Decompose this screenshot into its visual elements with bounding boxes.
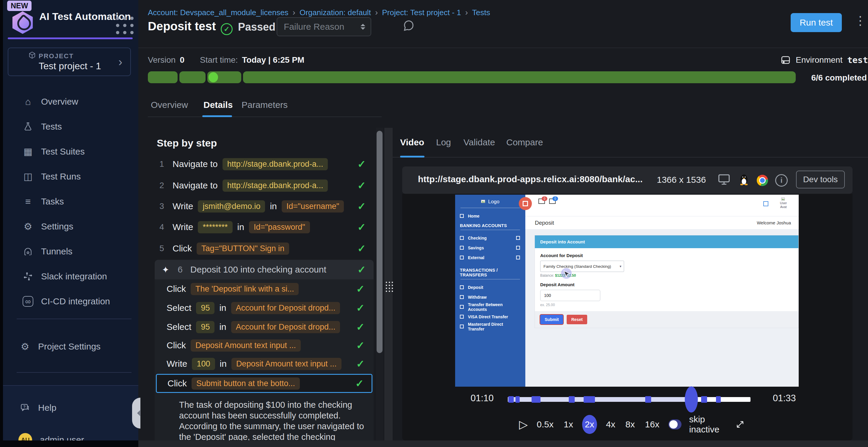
tab-log[interactable]: Log bbox=[436, 137, 451, 147]
bank-sidebar: Logo Home BANKING ACCOUNTS Checking Savi… bbox=[455, 195, 525, 387]
left-edge-strip bbox=[0, 0, 3, 447]
kebab-menu-icon[interactable]: ⋮ bbox=[854, 14, 866, 27]
tab-details[interactable]: Details bbox=[204, 100, 232, 110]
video-timeline[interactable] bbox=[508, 397, 750, 402]
version-value: 0 bbox=[180, 55, 184, 65]
sidebar-item-overview[interactable]: ⌂ Overview bbox=[6, 89, 141, 114]
tab-validate[interactable]: Validate bbox=[463, 137, 495, 147]
info-icon[interactable]: i bbox=[775, 174, 788, 187]
timeline-marker[interactable] bbox=[584, 396, 595, 403]
playhead[interactable] bbox=[685, 386, 698, 413]
substep-row-1[interactable]: Click The 'Deposit' link with a si... ✓ bbox=[156, 281, 372, 297]
sidebar-item-settings[interactable]: ⚙ Settings bbox=[6, 214, 141, 239]
skip-inactive-toggle[interactable] bbox=[669, 419, 681, 429]
comment-bubble-icon[interactable] bbox=[402, 19, 415, 32]
timeline-marker[interactable] bbox=[532, 396, 540, 403]
step-row-2[interactable]: 2 Navigate to http://stage.dbank.prod-a.… bbox=[156, 177, 374, 194]
sidebar-item-tunnels[interactable]: Tunnels bbox=[6, 239, 141, 264]
run-test-button[interactable]: Run test bbox=[790, 13, 842, 32]
step-check-icon: ✓ bbox=[356, 339, 365, 351]
value-pill: http://stage.dbank.prod-a... bbox=[222, 158, 328, 170]
speed-4x[interactable]: 4x bbox=[605, 419, 617, 429]
sidebar-item-tests[interactable]: Tests bbox=[6, 114, 141, 139]
tab-compare[interactable]: Compare bbox=[506, 137, 543, 147]
selector-pill: Deposit Amount text input ... bbox=[231, 358, 341, 370]
ai-step-group-header[interactable]: ✦ 6 Deposit 100 into checking account ✓ bbox=[155, 260, 374, 279]
tab-overview[interactable]: Overview bbox=[151, 100, 188, 110]
sidebar-item-test-suites[interactable]: ▦ Test Suites bbox=[6, 139, 141, 164]
selector-pill: Account for Deposit dropd... bbox=[231, 302, 340, 314]
bank-submit-button: Submit bbox=[540, 315, 563, 324]
tab-video[interactable]: Video bbox=[400, 137, 424, 147]
sidebar-item-cicd-integration[interactable]: ∞ CI-CD integration bbox=[6, 289, 141, 314]
step-row-3[interactable]: 3 Write jsmith@demo.io in Id="username" … bbox=[156, 198, 374, 215]
flask-icon bbox=[23, 122, 33, 131]
sidebar-item-test-runs[interactable]: ◫ Test Runs bbox=[6, 164, 141, 189]
sidebar-item-slack-integration[interactable]: Slack integration bbox=[6, 264, 141, 289]
timeline-marker[interactable] bbox=[716, 396, 721, 403]
step-check-icon: ✓ bbox=[358, 221, 366, 233]
fullscreen-icon[interactable] bbox=[735, 419, 745, 429]
app-window: NEW AI Test Automation PROJECT Test proj… bbox=[0, 0, 868, 447]
breadcrumb-tests[interactable]: Tests bbox=[472, 8, 490, 17]
speed-1x[interactable]: 1x bbox=[562, 419, 575, 429]
project-label: PROJECT bbox=[39, 52, 74, 60]
scrollbar-thumb[interactable] bbox=[377, 131, 382, 353]
steps-heading: Step by step bbox=[157, 137, 217, 149]
devtools-button[interactable]: Dev tools bbox=[796, 171, 845, 188]
selector-pill: Tag="BUTTON" Sign in bbox=[197, 243, 289, 255]
substep-row-2[interactable]: Select 95 in Account for Deposit dropd..… bbox=[156, 300, 372, 316]
speed-2x-active[interactable]: 2x bbox=[582, 415, 597, 434]
balance-label: Balance: bbox=[540, 273, 554, 278]
deposit-amount-input: 100 bbox=[540, 290, 600, 301]
timeline-marker[interactable] bbox=[701, 396, 707, 403]
play-icon[interactable]: ▷ bbox=[519, 418, 528, 431]
active-tab-indicator bbox=[400, 156, 425, 158]
sidebar-item-tasks[interactable]: ≡ Tasks bbox=[6, 189, 141, 214]
step-check-icon: ✓ bbox=[356, 283, 365, 295]
step-check-icon: ✓ bbox=[356, 321, 365, 333]
caret-down-icon: ▾ bbox=[620, 264, 621, 268]
failure-reason-select[interactable]: Failure Reason bbox=[277, 17, 371, 36]
version-label: Version bbox=[148, 55, 176, 65]
apps-grid-icon[interactable] bbox=[116, 16, 135, 36]
amount-hint: ex. 25.00 bbox=[540, 303, 793, 307]
bank-topbar: 0 0 UserAvat bbox=[525, 195, 799, 216]
progress-segment bbox=[179, 71, 206, 83]
bank-section-heading: BANKING ACCOUNTS bbox=[455, 221, 525, 229]
breadcrumb-account[interactable]: Account: Devspace_all_module_licenses bbox=[148, 8, 288, 17]
breadcrumb-project[interactable]: Project: Test project - 1 bbox=[382, 8, 461, 17]
step-row-1[interactable]: 1 Navigate to http://stage.dbank.prod-a.… bbox=[156, 156, 374, 172]
sidebar-item-help[interactable]: ? Help bbox=[3, 395, 138, 420]
video-resolution: 1366 x 1536 bbox=[657, 175, 706, 185]
sidebar: NEW AI Test Automation PROJECT Test proj… bbox=[3, 0, 138, 447]
environment-value: test bbox=[847, 55, 868, 65]
breadcrumb-organization[interactable]: Organization: default bbox=[300, 8, 371, 17]
time-total: 01:33 bbox=[773, 393, 796, 404]
linux-penguin-icon bbox=[739, 174, 749, 185]
tab-parameters[interactable]: Parameters bbox=[242, 100, 288, 110]
timeline-marker[interactable] bbox=[516, 396, 520, 403]
sidebar-collapse-handle[interactable] bbox=[132, 398, 141, 428]
chevron-right-icon: › bbox=[465, 8, 468, 17]
substep-row-5[interactable]: Write 100 in Deposit Amount text input .… bbox=[156, 355, 372, 372]
step-row-4[interactable]: 4 Write ******** in Id="password" ✓ bbox=[156, 219, 374, 235]
substep-row-3[interactable]: Select 95 in Account for Deposit dropd..… bbox=[156, 319, 372, 335]
substep-row-6-selected[interactable]: Click Submit button at the botto... ✓ bbox=[156, 374, 372, 393]
player-controls: ▷ 0.5x 1x 2x 4x 8x 16x skip inactive bbox=[519, 414, 745, 435]
timeline-marker[interactable] bbox=[569, 396, 575, 403]
value-pill: ******** bbox=[198, 221, 232, 233]
bank-welcome: Welcome Joshua bbox=[757, 220, 791, 225]
bank-nav-visa: VISA Direct Transfer bbox=[455, 312, 525, 321]
speed-16x[interactable]: 16x bbox=[644, 419, 660, 429]
speed-8x[interactable]: 8x bbox=[624, 419, 636, 429]
breadcrumb: Account: Devspace_all_module_licenses › … bbox=[148, 8, 490, 17]
sidebar-item-project-settings[interactable]: ⚙ Project Settings bbox=[3, 334, 138, 359]
step-check-icon: ✓ bbox=[358, 243, 366, 254]
step-row-5[interactable]: 5 Click Tag="BUTTON" Sign in ✓ bbox=[156, 240, 374, 257]
timeline-marker[interactable] bbox=[508, 396, 514, 403]
speed-0.5x[interactable]: 0.5x bbox=[535, 419, 555, 429]
substep-row-4[interactable]: Click Deposit Amount text input ... ✓ bbox=[156, 337, 372, 354]
value-pill: jsmith@demo.io bbox=[198, 200, 265, 212]
timeline-marker[interactable] bbox=[645, 396, 651, 403]
